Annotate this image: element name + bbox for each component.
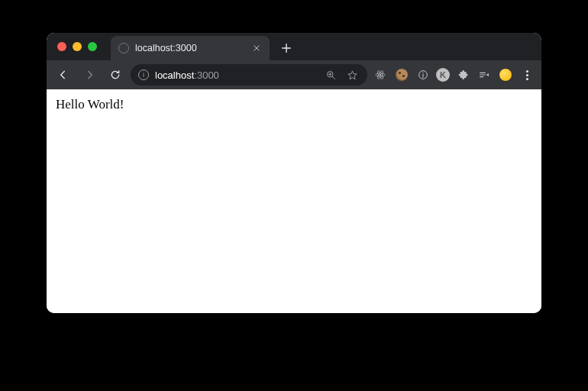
toolbar: i localhost:3000 K — [47, 60, 541, 89]
cookie-extension-icon[interactable] — [393, 66, 410, 83]
forward-button[interactable] — [79, 64, 100, 86]
page-body-text: Hello World! — [56, 97, 124, 111]
media-control-icon[interactable] — [476, 66, 493, 83]
browser-menu-button[interactable] — [519, 66, 535, 83]
yellow-extension-icon[interactable] — [497, 66, 514, 83]
extensions-puzzle-icon[interactable] — [454, 66, 471, 83]
kebab-menu-icon — [519, 70, 535, 80]
page-viewport: Hello World! — [47, 89, 541, 313]
zoom-icon[interactable] — [323, 67, 338, 82]
window-close-button[interactable] — [57, 42, 66, 51]
titlebar: localhost:3000 — [47, 33, 541, 60]
browser-tab[interactable]: localhost:3000 — [111, 36, 270, 60]
site-info-icon[interactable]: i — [138, 69, 149, 80]
tab-title: localhost:3000 — [135, 43, 245, 53]
address-bar[interactable]: i localhost:3000 — [131, 64, 367, 86]
bookmark-star-icon[interactable] — [344, 67, 360, 82]
reload-button[interactable] — [105, 64, 126, 86]
url-port: :3000 — [194, 69, 219, 81]
profile-avatar[interactable]: K — [436, 68, 450, 82]
react-devtools-icon[interactable] — [372, 66, 389, 83]
avatar-letter: K — [440, 70, 446, 79]
extension-row: K — [372, 66, 535, 83]
browser-window: localhost:3000 i localhost:3000 — [47, 33, 541, 313]
svg-point-1 — [380, 74, 381, 76]
window-maximize-button[interactable] — [88, 42, 97, 51]
new-tab-button[interactable] — [276, 37, 297, 59]
window-minimize-button[interactable] — [73, 42, 82, 51]
back-button[interactable] — [53, 64, 74, 86]
tab-close-button[interactable] — [251, 43, 262, 53]
window-controls — [54, 42, 105, 60]
url-text: localhost:3000 — [155, 69, 219, 81]
svg-point-6 — [422, 73, 423, 73]
globe-icon — [118, 43, 129, 53]
info-extension-icon[interactable] — [415, 66, 431, 83]
url-host: localhost — [155, 69, 194, 81]
